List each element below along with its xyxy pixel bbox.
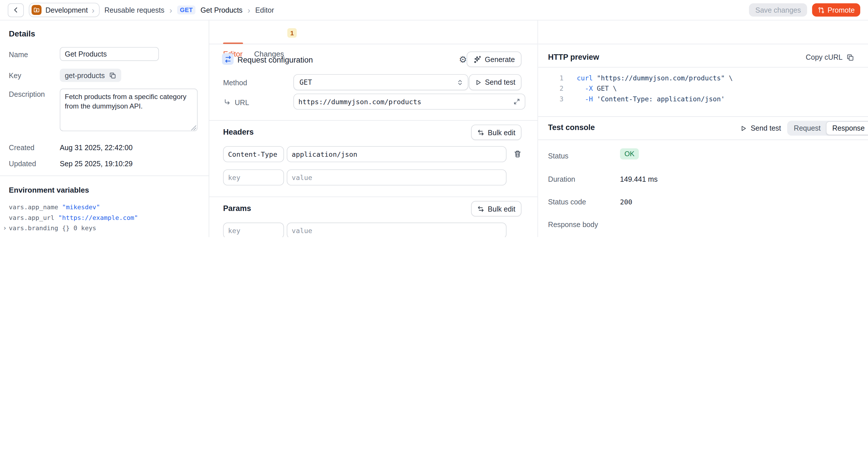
- environment-name: Development: [45, 6, 88, 14]
- expand-icon[interactable]: [513, 98, 520, 105]
- settings-gear-icon[interactable]: ⚙: [459, 55, 467, 64]
- response-body-label: Response body: [548, 220, 598, 229]
- line-number: 1: [548, 73, 563, 84]
- send-test-button[interactable]: Send test: [469, 74, 522, 90]
- copy-icon: [846, 53, 854, 61]
- folder-icon: [32, 5, 42, 15]
- bulk-edit-icon: [477, 129, 485, 136]
- request-tab[interactable]: Request: [788, 122, 826, 134]
- breadcrumb: Development › Reusable requests › GET Ge…: [8, 3, 274, 17]
- params-bulk-edit-button[interactable]: Bulk edit: [471, 201, 521, 216]
- params-title: Params: [223, 204, 251, 213]
- chevron-right-icon: ›: [169, 6, 172, 14]
- code-line: 3 -H 'Content-Type: application/json': [548, 94, 733, 105]
- created-label: Created: [9, 143, 34, 152]
- preview-panel: HTTP preview Copy cURL 1 curl "https://d…: [538, 20, 868, 237]
- env-var-row: › vars.app_url "https://example.com": [3, 212, 138, 223]
- env-var-row: › vars.app_name "mikesdev": [3, 202, 138, 212]
- duration-label: Duration: [548, 175, 575, 183]
- git-promote-icon: [817, 6, 825, 13]
- duration-value: 149.441 ms: [620, 175, 658, 183]
- param-value-input[interactable]: [287, 222, 507, 237]
- header-value-input[interactable]: [287, 146, 507, 162]
- variable-key: vars.branding: [9, 224, 58, 232]
- breadcrumb-request[interactable]: Get Products: [200, 6, 243, 14]
- key-value: get-products: [65, 71, 105, 80]
- copy-icon[interactable]: [109, 72, 116, 79]
- promote-button[interactable]: Promote: [812, 3, 860, 17]
- sparkle-icon: [473, 55, 482, 63]
- changes-count-badge[interactable]: 1: [287, 28, 297, 38]
- divider: [209, 120, 538, 121]
- divider: [538, 116, 868, 117]
- variable-key: vars.app_name: [9, 203, 58, 211]
- env-vars-list: › vars.app_name "mikesdev" › vars.app_ur…: [3, 202, 138, 233]
- elbow-arrow-icon: [224, 98, 231, 105]
- request-config-title: Request configuration: [237, 55, 313, 64]
- status-code-value: 200: [620, 198, 632, 206]
- play-icon: [740, 125, 747, 131]
- updated-value: Sep 25 2025, 19:10:29: [60, 159, 133, 167]
- http-preview-title: HTTP preview: [548, 53, 599, 61]
- method-select[interactable]: GET: [293, 74, 468, 90]
- environment-chip[interactable]: Development ›: [29, 3, 99, 17]
- top-bar: Development › Reusable requests › GET Ge…: [0, 0, 868, 20]
- resize-handle-icon[interactable]: [191, 125, 196, 131]
- topbar-actions: Save changes Promote: [749, 3, 860, 17]
- param-key-input[interactable]: [223, 222, 284, 237]
- description-textarea[interactable]: Fetch products from a specific category …: [60, 89, 197, 131]
- key-chip[interactable]: get-products: [60, 69, 121, 82]
- console-send-test-label: Send test: [751, 124, 781, 132]
- method-badge: GET: [177, 5, 195, 14]
- line-content: -H 'Content-Type: application/json': [577, 94, 725, 105]
- headers-bulk-edit-button[interactable]: Bulk edit: [471, 125, 521, 140]
- url-label: URL: [235, 98, 249, 107]
- code-line: 1 curl "https://dummyjson.com/products" …: [548, 73, 733, 84]
- updated-label: Updated: [9, 159, 36, 167]
- generate-label: Generate: [485, 55, 515, 63]
- divider: [538, 67, 868, 67]
- request-config-icon: [222, 53, 234, 65]
- variable-value: "mikesdev": [62, 203, 100, 211]
- header-new-key-input[interactable]: [223, 170, 284, 185]
- copy-curl-button[interactable]: Copy cURL: [806, 53, 854, 61]
- chevron-left-icon: [12, 6, 20, 14]
- back-button[interactable]: [8, 3, 24, 17]
- status-code-label: Status code: [548, 197, 586, 206]
- bulk-edit-icon: [477, 205, 485, 212]
- generate-button[interactable]: Generate: [466, 51, 521, 67]
- editor-panel: Editor Changes 1 Request configuration ⚙…: [209, 20, 538, 237]
- url-input[interactable]: [293, 94, 525, 110]
- variable-key: vars.app_url: [9, 214, 55, 221]
- expand-chevron-icon[interactable]: ›: [3, 224, 9, 232]
- chevron-right-icon: ›: [247, 6, 250, 14]
- app-window: Development › Reusable requests › GET Ge…: [0, 0, 868, 237]
- description-label: Description: [9, 90, 45, 98]
- name-label: Name: [9, 50, 28, 59]
- details-title: Details: [9, 29, 35, 38]
- code-line: 2 -X GET \: [548, 84, 733, 94]
- test-console-title: Test console: [548, 123, 595, 132]
- method-label: Method: [223, 79, 247, 87]
- breadcrumb-list[interactable]: Reusable requests: [104, 6, 164, 14]
- details-sidebar: Details Name Key get-products Descriptio…: [0, 20, 209, 237]
- key-label: Key: [9, 71, 21, 80]
- line-number: 2: [548, 84, 563, 94]
- response-tab[interactable]: Response: [826, 121, 868, 135]
- console-send-test-button[interactable]: Send test: [740, 124, 781, 132]
- send-test-label: Send test: [485, 78, 516, 86]
- name-input[interactable]: [60, 47, 159, 61]
- header-new-value-input[interactable]: [287, 170, 507, 185]
- headers-title: Headers: [223, 127, 254, 136]
- play-icon: [475, 79, 482, 86]
- select-updown-icon: [457, 79, 463, 86]
- bulk-edit-label: Bulk edit: [488, 205, 515, 213]
- save-changes-button[interactable]: Save changes: [749, 3, 807, 17]
- promote-label: Promote: [828, 6, 855, 14]
- trash-icon[interactable]: [514, 150, 522, 158]
- divider: [538, 140, 868, 140]
- line-number: 3: [548, 94, 563, 105]
- header-key-input[interactable]: [223, 146, 284, 162]
- chevron-right-icon: ›: [92, 6, 94, 14]
- created-value: Aug 31 2025, 22:42:00: [60, 143, 133, 152]
